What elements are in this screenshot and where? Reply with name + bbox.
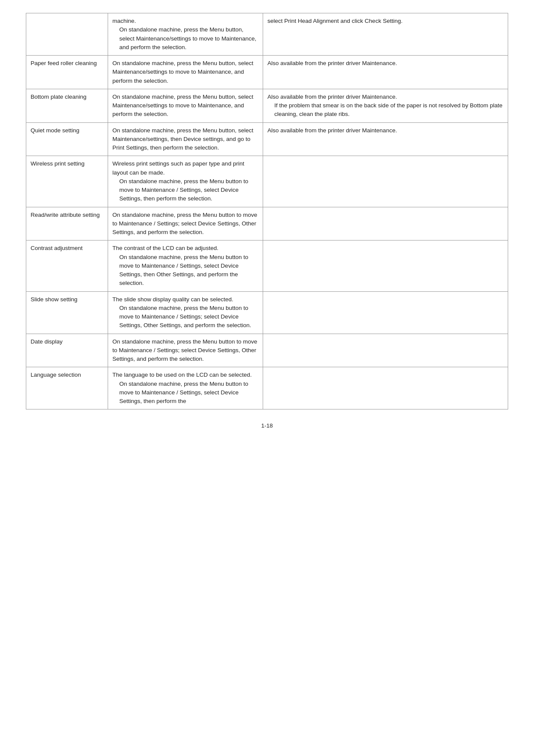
cell-3-0: Quiet mode setting xyxy=(26,122,108,156)
cell-7-1: The slide show display quality can be se… xyxy=(108,291,263,334)
cell-2-2: Also available from the printer driver M… xyxy=(263,89,508,122)
cell-8-1: On standalone machine, press the Menu bu… xyxy=(108,334,263,367)
cell-1-0: Paper feed roller cleaning xyxy=(26,56,108,89)
cell-2-1: On standalone machine, press the Menu bu… xyxy=(108,89,263,122)
cell-5-1: On standalone machine, press the Menu bu… xyxy=(108,207,263,241)
settings-table: machine.On standalone machine, press the… xyxy=(26,13,508,409)
table-row: Slide show settingThe slide show display… xyxy=(26,291,508,334)
cell-7-0: Slide show setting xyxy=(26,291,108,334)
cell-9-0: Language selection xyxy=(26,367,108,409)
cell-7-2 xyxy=(263,291,508,334)
cell-2-0: Bottom plate cleaning xyxy=(26,89,108,122)
cell-0-0 xyxy=(26,13,108,56)
cell-6-0: Contrast adjustment xyxy=(26,241,108,291)
table-row: machine.On standalone machine, press the… xyxy=(26,13,508,56)
cell-4-2 xyxy=(263,156,508,207)
table-row: Wireless print settingWireless print set… xyxy=(26,156,508,207)
cell-9-1: The language to be used on the LCD can b… xyxy=(108,367,263,409)
cell-3-2: Also available from the printer driver M… xyxy=(263,122,508,156)
table-row: Contrast adjustmentThe contrast of the L… xyxy=(26,241,508,291)
cell-0-1: machine.On standalone machine, press the… xyxy=(108,13,263,56)
cell-9-2 xyxy=(263,367,508,409)
table-row: Quiet mode settingOn standalone machine,… xyxy=(26,122,508,156)
table-row: Paper feed roller cleaningOn standalone … xyxy=(26,56,508,89)
cell-8-0: Date display xyxy=(26,334,108,367)
cell-0-2: select Print Head Alignment and click Ch… xyxy=(263,13,508,56)
table-row: Language selectionThe language to be use… xyxy=(26,367,508,409)
table-row: Read/write attribute settingOn standalon… xyxy=(26,207,508,241)
cell-4-1: Wireless print settings such as paper ty… xyxy=(108,156,263,207)
cell-5-0: Read/write attribute setting xyxy=(26,207,108,241)
cell-4-0: Wireless print setting xyxy=(26,156,108,207)
table-row: Date displayOn standalone machine, press… xyxy=(26,334,508,367)
cell-6-1: The contrast of the LCD can be adjusted.… xyxy=(108,241,263,291)
page-number: 1-18 xyxy=(26,422,508,429)
cell-1-2: Also available from the printer driver M… xyxy=(263,56,508,89)
cell-5-2 xyxy=(263,207,508,241)
cell-1-1: On standalone machine, press the Menu bu… xyxy=(108,56,263,89)
cell-3-1: On standalone machine, press the Menu bu… xyxy=(108,122,263,156)
cell-8-2 xyxy=(263,334,508,367)
table-row: Bottom plate cleaningOn standalone machi… xyxy=(26,89,508,122)
cell-6-2 xyxy=(263,241,508,291)
